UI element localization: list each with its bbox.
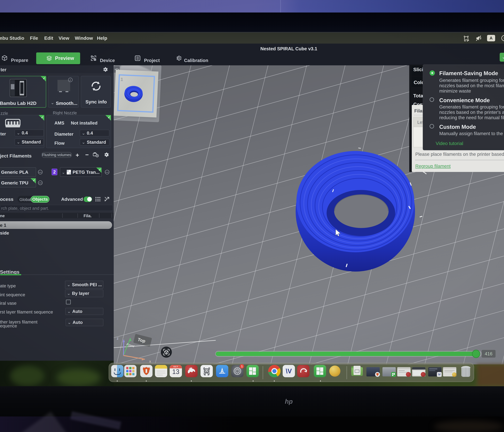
svg-text:Front: Front [126,342,135,348]
svg-text:H: H [94,59,96,61]
svg-text:z: z [117,336,118,340]
